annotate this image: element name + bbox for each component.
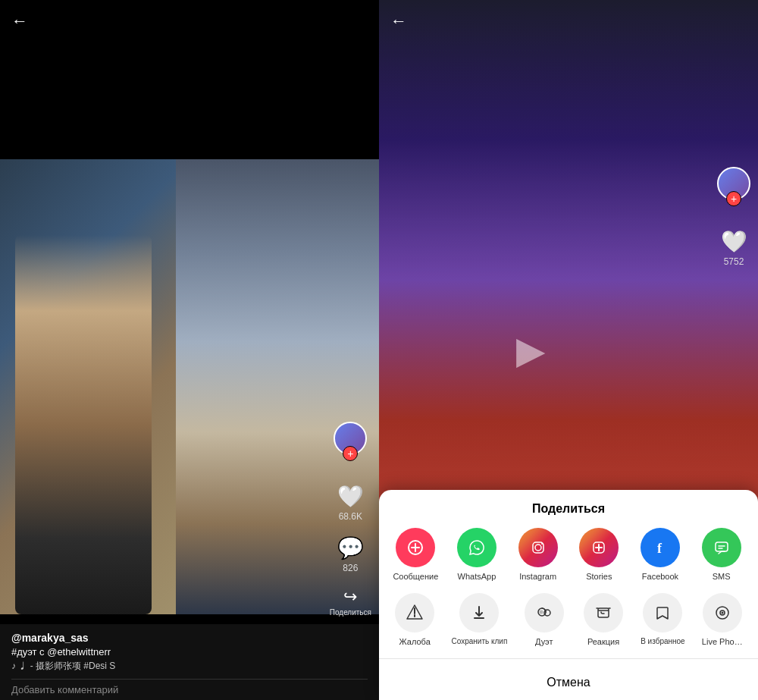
svg-point-13 — [721, 612, 723, 614]
back-button-left[interactable]: ← — [11, 11, 28, 31]
share-sheet-title: Поделиться — [379, 502, 758, 516]
instagram-icon — [518, 528, 558, 567]
share-row-2: Жалоба Сохранить клип Дуэт Реакция — [379, 593, 758, 646]
share-reaction-button[interactable]: Реакция — [581, 593, 626, 646]
right-panel: ← ▶ + 🤍 5752 Поделиться Сообщение — [379, 0, 758, 700]
comment-icon-left: 💬 — [337, 535, 364, 560]
avatar-left[interactable]: + — [334, 422, 367, 455]
duet-tag: #дуэт с @ethelwittnerr — [11, 646, 368, 658]
like-button-right[interactable]: 🤍 5752 — [721, 229, 747, 267]
duet-icon — [525, 593, 564, 633]
favorite-label: В избранное — [641, 637, 685, 645]
heart-icon-left: 🤍 — [337, 484, 364, 509]
comment-count-left: 826 — [343, 563, 358, 573]
person-left-figure — [15, 235, 152, 614]
stories-label: Stories — [586, 572, 612, 581]
share-message-button[interactable]: Сообщение — [393, 528, 438, 581]
livephoto-icon — [703, 593, 742, 633]
share-whatsapp-button[interactable]: WhatsApp — [454, 528, 500, 581]
instagram-label: Instagram — [519, 572, 556, 581]
stories-icon — [579, 528, 619, 567]
save-icon — [459, 593, 499, 633]
share-facebook-button[interactable]: f Facebook — [637, 528, 683, 581]
share-button-left[interactable]: ↪ Поделиться — [330, 587, 371, 617]
user-handle[interactable]: @marakya_sas — [11, 632, 368, 644]
share-duet-button[interactable]: Дуэт — [522, 593, 567, 646]
left-side-actions: + 🤍 68.6K 💬 826 ↪ Поделиться — [330, 422, 371, 617]
like-count-right: 5752 — [724, 256, 744, 267]
svg-point-2 — [535, 545, 541, 551]
svg-rect-10 — [598, 608, 609, 617]
like-button-left[interactable]: 🤍 68.6K — [337, 484, 364, 522]
share-row-1: Сообщение WhatsApp Instagram Stories — [379, 528, 758, 581]
back-button-right[interactable]: ← — [390, 11, 407, 31]
left-panel: ← + 🤍 68.6K 💬 826 ↪ Поделиться @marakya_… — [0, 0, 379, 700]
facebook-icon: f — [641, 528, 680, 567]
comment-button-left[interactable]: 💬 826 — [337, 535, 364, 573]
music-info: ♪ ♩ - 摄影师张项 #Desi S — [11, 660, 368, 673]
add-comment-input[interactable]: Добавить комментарий — [11, 679, 368, 700]
message-icon — [396, 528, 435, 567]
follow-badge-left[interactable]: + — [343, 446, 358, 461]
report-label: Жалоба — [399, 637, 431, 646]
share-divider — [379, 658, 758, 659]
right-side-actions: + 🤍 5752 — [717, 167, 750, 267]
svg-text:f: f — [657, 541, 662, 556]
save-label: Сохранить клип — [452, 637, 508, 645]
cancel-button[interactable]: Отмена — [379, 665, 758, 700]
share-instagram-button[interactable]: Instagram — [515, 528, 561, 581]
share-sms-button[interactable]: SMS — [699, 528, 744, 581]
reaction-label: Реакция — [587, 637, 619, 646]
share-icon-left: ↪ — [343, 587, 357, 607]
share-favorite-button[interactable]: В избранное — [640, 593, 685, 646]
reaction-icon — [584, 593, 623, 633]
favorite-icon — [643, 593, 682, 633]
report-icon — [395, 593, 434, 633]
share-save-button[interactable]: Сохранить клип — [452, 593, 508, 646]
follow-badge-right[interactable]: + — [726, 191, 741, 206]
share-livephoto-button[interactable]: Live Pho… — [700, 593, 745, 646]
svg-point-8 — [539, 611, 543, 614]
share-stories-button[interactable]: Stories — [576, 528, 622, 581]
left-video-bg — [0, 159, 176, 614]
facebook-label: Facebook — [642, 572, 678, 581]
share-label-left: Поделиться — [330, 608, 371, 617]
svg-rect-6 — [716, 542, 728, 551]
play-icon[interactable]: ▶ — [516, 328, 545, 372]
sms-icon — [702, 528, 741, 567]
left-bottom-info: @marakya_sas #дуэт с @ethelwittnerr ♪ ♩ … — [0, 624, 379, 700]
avatar-right[interactable]: + — [717, 167, 750, 200]
left-video-top — [0, 0, 379, 159]
svg-point-3 — [541, 543, 543, 545]
whatsapp-label: WhatsApp — [458, 572, 496, 581]
share-sheet: Поделиться Сообщение WhatsApp Instagram — [379, 490, 758, 700]
whatsapp-icon — [457, 528, 496, 567]
share-report-button[interactable]: Жалоба — [392, 593, 437, 646]
livephoto-label: Live Pho… — [702, 637, 743, 646]
left-video-main[interactable] — [0, 159, 176, 614]
message-label: Сообщение — [393, 572, 438, 581]
heart-icon-right: 🤍 — [721, 229, 747, 254]
like-count-left: 68.6K — [339, 511, 362, 522]
sms-label: SMS — [713, 572, 731, 581]
duet-label: Дуэт — [535, 637, 553, 646]
